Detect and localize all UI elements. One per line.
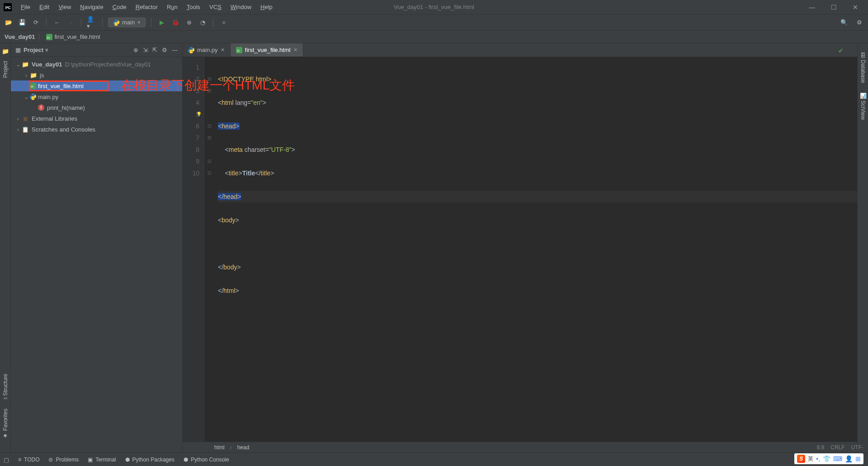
fold-icon[interactable]: ⊟: [204, 132, 214, 144]
profile-icon[interactable]: ◔: [198, 18, 208, 28]
code-editor[interactable]: 12345678910 ⊟⊟💡⊡⊟⊡⊡ <!DOCTYPE html> <htm…: [183, 57, 857, 442]
panel-settings-icon[interactable]: ⚙: [162, 47, 167, 53]
menu-code[interactable]: Code: [109, 2, 130, 12]
project-panel: ▦ Project ▾ ⊕ ⇲ ⇱ ⚙ — ⌄ 📁 Vue_day01D:\py…: [11, 43, 183, 452]
menu-vcs[interactable]: VCS: [206, 2, 225, 12]
chevron-down-icon: ▾: [137, 19, 141, 26]
ime-icon[interactable]: 👕: [823, 455, 830, 462]
tab-close-icon[interactable]: ✕: [221, 47, 225, 53]
search-icon[interactable]: 🔍: [839, 18, 849, 28]
svg-text:H: H: [237, 49, 240, 53]
sidebar-tab-structure[interactable]: ⫴ Structure: [2, 369, 9, 404]
coverage-icon[interactable]: ⊕: [184, 18, 194, 28]
menu-navigate[interactable]: Navigate: [76, 2, 107, 12]
html-file-icon: H: [236, 47, 242, 53]
menu-refactor[interactable]: Refactor: [132, 2, 161, 12]
tab-mainpy[interactable]: main.py ✕: [183, 43, 231, 56]
sb-terminal[interactable]: ▣ Terminal: [88, 457, 116, 463]
intention-bulb-icon[interactable]: 💡: [196, 108, 202, 120]
ime-icon[interactable]: ⌨: [833, 455, 842, 462]
user-icon[interactable]: 👤▾: [87, 18, 97, 28]
tab-close-icon[interactable]: ✕: [293, 47, 297, 53]
svg-text:PC: PC: [5, 5, 11, 9]
svg-text:H: H: [47, 36, 50, 40]
tab-html[interactable]: H first_vue_file.html ✕: [231, 43, 303, 56]
scratches-icon: 📋: [22, 126, 29, 133]
main-menu: File Edit View Navigate Code Refactor Ru…: [17, 2, 276, 12]
minimize-button[interactable]: —: [807, 4, 817, 11]
forward-icon[interactable]: →: [66, 18, 75, 28]
hide-panel-icon[interactable]: —: [172, 47, 178, 53]
tab-label: first_vue_file.html: [245, 47, 291, 53]
breadcrumb-root[interactable]: Vue_day01: [5, 33, 35, 40]
code-content[interactable]: <!DOCTYPE html> <html lang="en"> <head> …: [214, 57, 857, 442]
sidebar-tab-project[interactable]: Project: [2, 56, 9, 82]
back-icon[interactable]: ←: [52, 18, 62, 28]
chevron-right-icon[interactable]: ›: [24, 72, 29, 79]
tree-scratches[interactable]: › 📋 Scratches and Consoles: [11, 124, 182, 135]
menu-run[interactable]: Run: [163, 2, 181, 12]
fold-icon[interactable]: ⊡: [204, 167, 214, 179]
library-icon: ⫼: [22, 115, 29, 122]
project-tab-icon[interactable]: 📁: [2, 48, 9, 55]
ime-bar[interactable]: S 英 •, 👕 ⌨ 👤 ⊞: [794, 453, 863, 464]
crumb-html[interactable]: html: [214, 444, 225, 451]
menu-edit[interactable]: Edit: [36, 2, 53, 12]
open-icon[interactable]: 📂: [4, 18, 14, 28]
sidebar-tab-favorites[interactable]: ★ Favorites: [2, 404, 9, 443]
refresh-icon[interactable]: ⟳: [31, 18, 41, 28]
tree-external-libs[interactable]: › ⫼ External Libraries: [11, 113, 182, 124]
save-icon[interactable]: 💾: [17, 18, 27, 28]
chevron-down-icon[interactable]: ⌄: [24, 94, 29, 100]
locate-icon[interactable]: ⊕: [133, 47, 138, 53]
folder-icon: 📁: [30, 71, 37, 79]
run-icon[interactable]: ▶: [157, 18, 167, 28]
line-ending[interactable]: CRLF: [830, 444, 844, 451]
editor-breadcrumbs: html › head: [183, 442, 857, 452]
encoding[interactable]: UTF-: [851, 444, 863, 451]
stop-icon[interactable]: ■: [219, 18, 229, 28]
analysis-ok-icon[interactable]: ✔: [838, 47, 844, 54]
sb-todo[interactable]: ≡ TODO: [18, 457, 39, 463]
close-button[interactable]: ✕: [850, 4, 861, 11]
fold-icon[interactable]: ⊡: [204, 120, 214, 132]
menu-tools[interactable]: Tools: [183, 2, 204, 12]
chevron-down-icon[interactable]: ⌄: [15, 61, 21, 68]
tree-func[interactable]: f print_hi(name): [11, 102, 182, 113]
run-config-label: main: [122, 19, 135, 26]
ime-lang[interactable]: 英: [808, 455, 813, 463]
maximize-button[interactable]: ☐: [828, 4, 839, 11]
expand-icon[interactable]: ⇲: [143, 47, 148, 53]
tree-root[interactable]: ⌄ 📁 Vue_day01D:\pythonProject\end\Vue_da…: [11, 59, 182, 70]
menu-help[interactable]: Help: [257, 2, 276, 12]
sb-pypkg[interactable]: ⬢ Python Packages: [125, 457, 175, 463]
sidebar-tab-database[interactable]: 🗄 Database: [860, 48, 866, 88]
project-panel-header: ▦ Project ▾ ⊕ ⇲ ⇱ ⚙ —: [11, 43, 182, 57]
breadcrumb-file[interactable]: H first_vue_file.html: [46, 33, 100, 40]
cursor-position[interactable]: 6:8: [817, 444, 825, 451]
sidebar-tab-sciview[interactable]: 📊 SciView: [860, 88, 866, 124]
project-tree: ⌄ 📁 Vue_day01D:\pythonProject\end\Vue_da…: [11, 57, 182, 452]
collapse-icon[interactable]: ⇱: [152, 47, 157, 53]
menu-view[interactable]: View: [55, 2, 75, 12]
settings-icon[interactable]: ⚙: [854, 18, 864, 28]
fold-icon[interactable]: ⊡: [204, 155, 214, 167]
menu-window[interactable]: Window: [227, 2, 255, 12]
sb-pyconsole[interactable]: ⬢ Python Console: [184, 457, 229, 463]
ime-icon[interactable]: ⊞: [855, 455, 861, 462]
menu-file[interactable]: File: [17, 2, 34, 12]
chevron-right-icon[interactable]: ›: [15, 126, 21, 133]
separator: [213, 18, 213, 27]
sb-problems[interactable]: ⊘ Problems: [48, 457, 79, 463]
tool-window-toggle-icon[interactable]: ▢: [4, 457, 9, 463]
project-panel-title[interactable]: Project ▾: [24, 47, 48, 53]
project-view-icon: ▦: [15, 47, 21, 53]
ime-icon[interactable]: •,: [816, 455, 820, 462]
chevron-right-icon[interactable]: ›: [15, 115, 21, 122]
crumb-head[interactable]: head: [237, 444, 250, 451]
debug-icon[interactable]: 🐞: [170, 18, 180, 28]
left-tool-strip: 📁 Project ⫴ Structure ★ Favorites: [0, 43, 11, 452]
ime-icon[interactable]: 👤: [845, 455, 853, 462]
run-configuration[interactable]: main ▾: [108, 18, 146, 27]
separator: [81, 18, 81, 27]
